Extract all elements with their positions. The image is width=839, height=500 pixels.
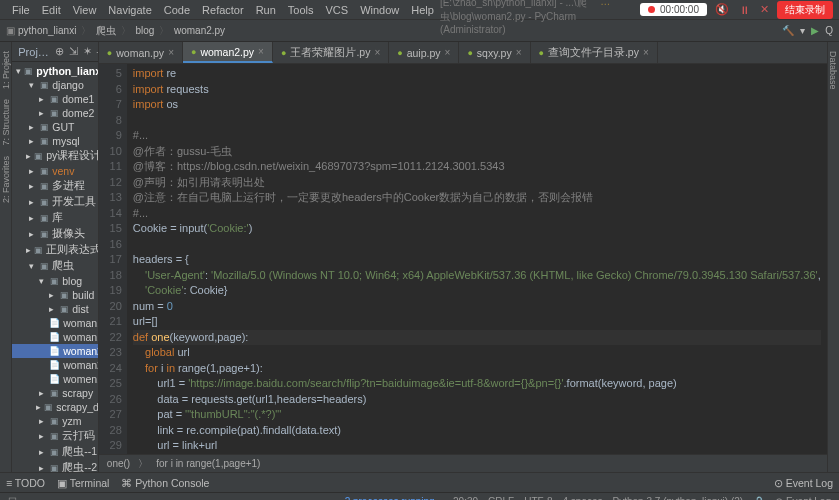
tree-item[interactable]: ▸▣mysql	[12, 134, 98, 148]
breadcrumb[interactable]: python_lianxi 〉 爬虫 〉 blog 〉 woman2.py	[18, 24, 227, 38]
editor-tab[interactable]: ●woman2.py×	[183, 42, 273, 63]
menu-vcs[interactable]: VCS	[320, 2, 355, 18]
tree-item[interactable]: ▸▣正则表达式	[12, 242, 98, 258]
project-tree[interactable]: ▾▣python_lianxi E:\zhao_s▾▣django▸▣dome1…	[12, 62, 98, 472]
menu-run[interactable]: Run	[250, 2, 282, 18]
close-recorder-icon[interactable]: ✕	[758, 3, 771, 16]
status-processes[interactable]: 2 processes running...	[345, 496, 443, 500]
bottom-tool--todo[interactable]: ≡ TODO	[6, 477, 45, 489]
expand-icon[interactable]: ⊕	[55, 45, 64, 58]
tree-item[interactable]: 📄woman2.spec	[12, 358, 98, 372]
close-tab-icon[interactable]: ×	[445, 47, 451, 58]
tree-item[interactable]: ▸▣摄像头	[12, 226, 98, 242]
sidebar-title: Proj…	[18, 46, 49, 58]
tree-item[interactable]: ▸▣dist	[12, 302, 98, 316]
screen-recorder-panel: 00:00:00 🔇 ⏸ ✕ 结束录制	[640, 1, 833, 19]
status-caret-pos: 20:30	[453, 496, 478, 500]
tree-item[interactable]: 📄woman2.py /21 20	[12, 344, 98, 358]
main-menu: FileEditViewNavigateCodeRefactorRunTools…	[6, 2, 440, 18]
menu-edit[interactable]: Edit	[36, 2, 67, 18]
tree-item[interactable]: ▸▣库	[12, 210, 98, 226]
tool-2-favorites[interactable]: 2: Favorites	[1, 151, 11, 208]
code-breadcrumb[interactable]: one()〉for i in range(1,page+1)	[99, 454, 827, 472]
tool-1-project[interactable]: 1: Project	[1, 46, 11, 94]
more-icon[interactable]: Q	[825, 25, 833, 36]
tree-item[interactable]: ▸▣开发工具	[12, 194, 98, 210]
tree-item[interactable]: ▾▣django	[12, 78, 98, 92]
build-icon[interactable]: 🔨	[782, 25, 794, 36]
menu-navigate[interactable]: Navigate	[102, 2, 157, 18]
editor-tab[interactable]: ●查询文件子目录.py×	[531, 42, 658, 63]
bottom-tool-buttons: ≡ TODO▣ Terminal⌘ Python Console⊙ Event …	[0, 472, 839, 492]
python-file-icon: ●	[397, 48, 402, 58]
close-tab-icon[interactable]: ×	[168, 47, 174, 58]
run-config-dropdown[interactable]: ▾	[800, 25, 805, 36]
tool-7-structure[interactable]: 7: Structure	[1, 94, 11, 151]
pause-recording-icon[interactable]: ⏸	[737, 4, 752, 16]
tree-item[interactable]: 📄woman.spec	[12, 330, 98, 344]
collapse-icon[interactable]: ⇲	[69, 45, 78, 58]
recording-timer: 00:00:00	[640, 3, 707, 16]
stop-recording-button[interactable]: 结束录制	[777, 1, 833, 19]
menu-file[interactable]: File	[6, 2, 36, 18]
python-file-icon: ●	[107, 48, 112, 58]
editor-tab[interactable]: ●王者荣耀图片.py×	[273, 42, 389, 63]
menu-help[interactable]: Help	[405, 2, 440, 18]
status-indent[interactable]: 4 spaces	[563, 496, 603, 500]
tree-item[interactable]: ▸▣爬虫--2	[12, 460, 98, 472]
editor-tabs: ●woman.py×●woman2.py×●王者荣耀图片.py×●auip.py…	[99, 42, 827, 64]
sidebar-header: Proj… ⊕ ⇲ ✶ —	[12, 42, 98, 62]
project-sidebar: Proj… ⊕ ⇲ ✶ — ▾▣python_lianxi E:\zhao_s▾…	[12, 42, 99, 472]
database-tool-button[interactable]: Database	[828, 46, 838, 95]
close-tab-icon[interactable]: ×	[643, 47, 649, 58]
menu-refactor[interactable]: Refactor	[196, 2, 250, 18]
status-eol[interactable]: CRLF	[488, 496, 514, 500]
window-title: python_lianxi [E:\zhao_sn\python_lianxi]…	[440, 0, 640, 35]
status-bar: ☐ 2 processes running... 20:30 CRLF UTF-…	[0, 492, 839, 500]
tree-item[interactable]: ▸▣yzm	[12, 414, 98, 428]
status-readonly-icon[interactable]: 🔒	[753, 496, 765, 500]
record-dot-icon	[648, 6, 655, 13]
python-file-icon: ●	[191, 47, 196, 57]
tree-item[interactable]: ▸▣云打码	[12, 428, 98, 444]
editor-tab[interactable]: ●woman.py×	[99, 42, 183, 63]
event-log-button[interactable]: ⊙ Event Log	[775, 496, 831, 500]
tree-item[interactable]: 📄women.spec	[12, 372, 98, 386]
status-message-icon[interactable]: ☐	[8, 496, 17, 500]
event-log-hint[interactable]: ⊙ Event Log	[774, 477, 833, 489]
tree-item[interactable]: ▸▣scrapy	[12, 386, 98, 400]
tree-item[interactable]: ▸▣venv	[12, 164, 98, 178]
tree-item[interactable]: ▸▣爬虫--1	[12, 444, 98, 460]
menu-window[interactable]: Window	[354, 2, 405, 18]
run-icon[interactable]: ▶	[811, 25, 819, 36]
mute-icon[interactable]: 🔇	[713, 3, 731, 16]
tree-item[interactable]: ▸▣scrapy_data	[12, 400, 98, 414]
settings-icon[interactable]: ✶	[83, 45, 92, 58]
menu-view[interactable]: View	[67, 2, 103, 18]
tree-item[interactable]: ▸▣多进程	[12, 178, 98, 194]
tree-item[interactable]: ▸▣py课程设计	[12, 148, 98, 164]
tree-item[interactable]: ▾▣blog	[12, 274, 98, 288]
status-interpreter[interactable]: Python 3.7 (python_lianxi) (2)	[613, 496, 744, 500]
status-encoding[interactable]: UTF-8	[524, 496, 552, 500]
close-tab-icon[interactable]: ×	[374, 47, 380, 58]
python-file-icon: ●	[467, 48, 472, 58]
tree-item[interactable]: ▾▣爬虫	[12, 258, 98, 274]
python-file-icon: ●	[281, 48, 286, 58]
close-tab-icon[interactable]: ×	[516, 47, 522, 58]
tree-item[interactable]: ▸▣build	[12, 288, 98, 302]
python-file-icon: ●	[539, 48, 544, 58]
close-tab-icon[interactable]: ×	[258, 46, 264, 57]
editor-tab[interactable]: ●auip.py×	[389, 42, 459, 63]
tree-item[interactable]: ▸▣dome1	[12, 92, 98, 106]
breadcrumb-bar: ▣ python_lianxi 〉 爬虫 〉 blog 〉 woman2.py …	[0, 20, 839, 42]
menu-tools[interactable]: Tools	[282, 2, 320, 18]
code-editor[interactable]: import reimport requestsimport os#...@作者…	[127, 64, 827, 454]
tree-item[interactable]: ▸▣GUT	[12, 120, 98, 134]
menu-code[interactable]: Code	[158, 2, 196, 18]
tree-item[interactable]: ▸▣dome2	[12, 106, 98, 120]
bottom-tool--python-console[interactable]: ⌘ Python Console	[121, 477, 209, 489]
bottom-tool--terminal[interactable]: ▣ Terminal	[57, 477, 109, 489]
tree-item[interactable]: 📄woman.py 20/	[12, 316, 98, 330]
editor-tab[interactable]: ●sqxy.py×	[459, 42, 530, 63]
